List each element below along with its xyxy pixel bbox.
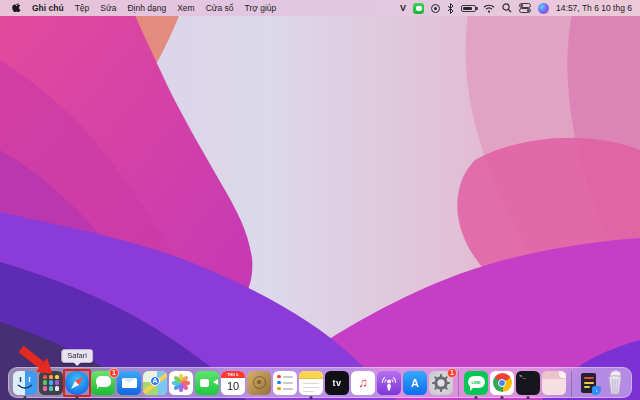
dock-notepad[interactable] bbox=[542, 371, 566, 395]
dock-music[interactable]: ♫ bbox=[351, 371, 375, 395]
reminders-icon bbox=[273, 371, 297, 395]
contacts-icon bbox=[247, 371, 271, 395]
chrome-icon bbox=[490, 371, 514, 395]
running-indicator bbox=[76, 396, 79, 399]
screen-mirroring-icon[interactable] bbox=[431, 2, 440, 14]
calendar-icon: THG 6 10 bbox=[221, 371, 245, 395]
dock-safari[interactable]: Safari bbox=[65, 371, 89, 395]
menu-edit[interactable]: Sửa bbox=[100, 3, 116, 13]
dock-chrome[interactable] bbox=[490, 371, 514, 395]
dock-calendar[interactable]: THG 6 10 bbox=[221, 371, 245, 395]
messages-badge: 1 bbox=[109, 368, 119, 378]
dock-notes[interactable] bbox=[299, 371, 323, 395]
trash-full-icon bbox=[603, 371, 627, 395]
dock-podcasts[interactable] bbox=[377, 371, 401, 395]
menu-app-name[interactable]: Ghi chú bbox=[32, 3, 64, 13]
menu-view[interactable]: Xem bbox=[177, 3, 194, 13]
control-center-icon[interactable] bbox=[519, 2, 531, 14]
line-icon: LINE bbox=[464, 371, 488, 395]
notepad-icon bbox=[542, 371, 566, 395]
apple-logo-icon[interactable] bbox=[12, 2, 21, 14]
desktop: Ghi chú Tệp Sửa Định dạng Xem Cửa sổ Trợ… bbox=[0, 0, 640, 400]
wallpaper bbox=[0, 0, 640, 400]
dock-app-store[interactable]: A bbox=[403, 371, 427, 395]
menu-window[interactable]: Cửa sổ bbox=[206, 3, 234, 13]
messenger-icon[interactable] bbox=[413, 3, 424, 14]
dock-trash[interactable] bbox=[603, 371, 627, 395]
dock-terminal[interactable]: >_ bbox=[516, 371, 540, 395]
dock-finder[interactable] bbox=[13, 371, 37, 395]
system-preferences-badge: 1 bbox=[447, 368, 457, 378]
dock-messages[interactable]: 1 bbox=[91, 371, 115, 395]
safari-tooltip: Safari bbox=[61, 349, 93, 363]
dock-contacts[interactable] bbox=[247, 371, 271, 395]
menu-bar-clock[interactable]: 14:57, Th 6 10 thg 6 bbox=[556, 3, 632, 13]
dock-launchpad[interactable] bbox=[39, 371, 63, 395]
dock-line[interactable]: LINE bbox=[464, 371, 488, 395]
calendar-month: THG 6 bbox=[227, 372, 238, 376]
apple-tv-icon: tv bbox=[325, 371, 349, 395]
menu-help[interactable]: Trợ giúp bbox=[245, 3, 277, 13]
dock-system-preferences[interactable]: 1 bbox=[429, 371, 453, 395]
dock-facetime[interactable] bbox=[195, 371, 219, 395]
notes-icon bbox=[299, 371, 323, 395]
dock-downloads[interactable]: ↓ bbox=[577, 371, 601, 395]
launchpad-icon bbox=[39, 371, 63, 395]
battery-icon[interactable] bbox=[461, 2, 476, 14]
dock-reminders[interactable] bbox=[273, 371, 297, 395]
spotlight-icon[interactable] bbox=[502, 2, 512, 14]
running-indicator bbox=[24, 396, 27, 399]
bluetooth-icon[interactable] bbox=[447, 2, 454, 14]
siri-icon[interactable] bbox=[538, 3, 549, 14]
wifi-icon[interactable] bbox=[483, 2, 495, 14]
downloads-stack-icon: ↓ bbox=[577, 371, 601, 395]
finder-icon bbox=[13, 371, 37, 395]
dock-separator bbox=[571, 371, 572, 397]
menu-bar: Ghi chú Tệp Sửa Định dạng Xem Cửa sổ Trợ… bbox=[0, 0, 640, 16]
app-store-icon: A bbox=[403, 371, 427, 395]
calendar-day: 10 bbox=[221, 378, 245, 395]
safari-icon bbox=[65, 371, 89, 395]
running-indicator bbox=[501, 396, 504, 399]
running-indicator bbox=[527, 396, 530, 399]
dock-apple-tv[interactable]: tv bbox=[325, 371, 349, 395]
v-menu-extra[interactable]: V bbox=[400, 2, 406, 14]
running-indicator bbox=[310, 396, 313, 399]
menu-format[interactable]: Định dạng bbox=[127, 3, 166, 13]
music-icon: ♫ bbox=[351, 371, 375, 395]
photos-icon bbox=[169, 371, 193, 395]
running-indicator bbox=[475, 396, 478, 399]
dock-photos[interactable] bbox=[169, 371, 193, 395]
menu-file[interactable]: Tệp bbox=[75, 3, 90, 13]
dock: Safari 1 A bbox=[8, 367, 632, 398]
podcasts-icon bbox=[377, 371, 401, 395]
facetime-icon bbox=[195, 371, 219, 395]
dock-mail[interactable] bbox=[117, 371, 141, 395]
dock-maps[interactable]: A bbox=[143, 371, 167, 395]
terminal-icon: >_ bbox=[516, 371, 540, 395]
dock-separator bbox=[458, 371, 459, 397]
maps-icon: A bbox=[143, 371, 167, 395]
mail-icon bbox=[117, 371, 141, 395]
